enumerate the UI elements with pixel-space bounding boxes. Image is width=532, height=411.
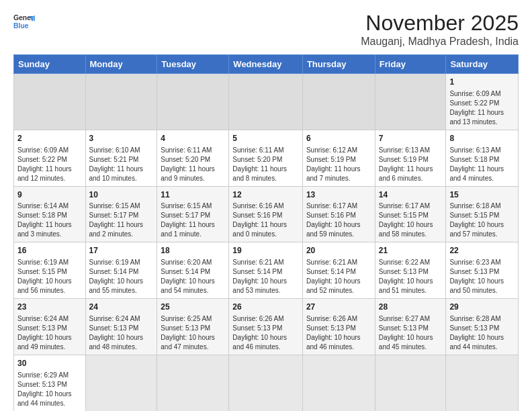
day-info: Sunrise: 6:26 AM Sunset: 5:13 PM Dayligh… <box>306 314 371 352</box>
calendar-day-cell: 13Sunrise: 6:17 AM Sunset: 5:16 PM Dayli… <box>302 186 375 242</box>
day-number: 1 <box>449 77 515 88</box>
calendar-day-cell: 7Sunrise: 6:13 AM Sunset: 5:19 PM Daylig… <box>375 130 446 186</box>
calendar-day-cell: 27Sunrise: 6:26 AM Sunset: 5:13 PM Dayli… <box>302 299 375 355</box>
calendar-day-cell: 28Sunrise: 6:27 AM Sunset: 5:13 PM Dayli… <box>375 299 446 355</box>
calendar-weekday-header: Friday <box>375 55 446 74</box>
calendar-day-cell: 4Sunrise: 6:11 AM Sunset: 5:20 PM Daylig… <box>157 130 229 186</box>
calendar-day-cell: 20Sunrise: 6:21 AM Sunset: 5:14 PM Dayli… <box>302 242 375 299</box>
calendar-day-cell: 19Sunrise: 6:21 AM Sunset: 5:14 PM Dayli… <box>229 242 303 299</box>
logo: General Blue <box>13 11 35 32</box>
calendar-day-cell <box>229 74 303 130</box>
calendar-day-cell: 29Sunrise: 6:28 AM Sunset: 5:13 PM Dayli… <box>446 299 519 355</box>
calendar-weekday-header: Tuesday <box>157 55 229 74</box>
calendar-day-cell: 10Sunrise: 6:15 AM Sunset: 5:17 PM Dayli… <box>85 186 157 242</box>
calendar-weekday-header: Wednesday <box>229 55 303 74</box>
calendar-day-cell: 8Sunrise: 6:13 AM Sunset: 5:18 PM Daylig… <box>446 130 519 186</box>
day-number: 27 <box>306 302 371 313</box>
day-info: Sunrise: 6:19 AM Sunset: 5:14 PM Dayligh… <box>89 258 154 295</box>
day-info: Sunrise: 6:11 AM Sunset: 5:20 PM Dayligh… <box>232 146 299 183</box>
day-number: 12 <box>232 189 299 201</box>
day-number: 22 <box>449 245 515 257</box>
svg-text:Blue: Blue <box>13 22 29 30</box>
calendar-day-cell: 2Sunrise: 6:09 AM Sunset: 5:22 PM Daylig… <box>14 130 86 186</box>
day-info: Sunrise: 6:28 AM Sunset: 5:13 PM Dayligh… <box>449 314 515 352</box>
calendar-weekday-header: Saturday <box>446 55 519 74</box>
day-number: 5 <box>232 133 299 144</box>
day-info: Sunrise: 6:24 AM Sunset: 5:13 PM Dayligh… <box>89 314 154 352</box>
title-block: November 2025 Mauganj, Madhya Pradesh, I… <box>361 11 519 48</box>
day-info: Sunrise: 6:21 AM Sunset: 5:14 PM Dayligh… <box>232 258 299 295</box>
day-info: Sunrise: 6:21 AM Sunset: 5:14 PM Dayligh… <box>306 258 371 295</box>
calendar-week-row: 16Sunrise: 6:19 AM Sunset: 5:15 PM Dayli… <box>14 242 519 299</box>
calendar-day-cell: 21Sunrise: 6:22 AM Sunset: 5:13 PM Dayli… <box>375 242 446 299</box>
day-number: 14 <box>379 189 443 201</box>
calendar-week-row: 30Sunrise: 6:29 AM Sunset: 5:13 PM Dayli… <box>14 355 519 411</box>
calendar-day-cell: 17Sunrise: 6:19 AM Sunset: 5:14 PM Dayli… <box>85 242 157 299</box>
day-number: 4 <box>161 133 225 144</box>
day-info: Sunrise: 6:25 AM Sunset: 5:13 PM Dayligh… <box>161 314 225 352</box>
calendar-week-row: 9Sunrise: 6:14 AM Sunset: 5:18 PM Daylig… <box>14 186 519 242</box>
day-number: 8 <box>449 133 515 144</box>
day-info: Sunrise: 6:23 AM Sunset: 5:13 PM Dayligh… <box>449 258 515 295</box>
day-info: Sunrise: 6:22 AM Sunset: 5:13 PM Dayligh… <box>379 258 443 295</box>
day-info: Sunrise: 6:29 AM Sunset: 5:13 PM Dayligh… <box>17 371 82 408</box>
day-info: Sunrise: 6:26 AM Sunset: 5:13 PM Dayligh… <box>232 314 299 352</box>
day-info: Sunrise: 6:13 AM Sunset: 5:19 PM Dayligh… <box>379 146 443 183</box>
day-info: Sunrise: 6:09 AM Sunset: 5:22 PM Dayligh… <box>449 89 515 127</box>
calendar-day-cell <box>446 355 519 411</box>
calendar-weekday-header: Thursday <box>302 55 375 74</box>
calendar-day-cell: 24Sunrise: 6:24 AM Sunset: 5:13 PM Dayli… <box>85 299 157 355</box>
day-info: Sunrise: 6:24 AM Sunset: 5:13 PM Dayligh… <box>17 314 82 352</box>
day-info: Sunrise: 6:14 AM Sunset: 5:18 PM Dayligh… <box>17 201 82 239</box>
day-number: 10 <box>89 189 154 201</box>
day-info: Sunrise: 6:12 AM Sunset: 5:19 PM Dayligh… <box>306 146 371 183</box>
calendar-day-cell: 25Sunrise: 6:25 AM Sunset: 5:13 PM Dayli… <box>157 299 229 355</box>
calendar-day-cell <box>375 74 446 130</box>
day-info: Sunrise: 6:10 AM Sunset: 5:21 PM Dayligh… <box>89 146 154 183</box>
calendar-day-cell <box>375 355 446 411</box>
calendar-day-cell: 5Sunrise: 6:11 AM Sunset: 5:20 PM Daylig… <box>229 130 303 186</box>
calendar-day-cell: 30Sunrise: 6:29 AM Sunset: 5:13 PM Dayli… <box>14 355 86 411</box>
day-number: 24 <box>89 302 154 313</box>
calendar-day-cell: 3Sunrise: 6:10 AM Sunset: 5:21 PM Daylig… <box>85 130 157 186</box>
calendar-day-cell <box>85 74 157 130</box>
calendar-day-cell <box>302 74 375 130</box>
day-number: 26 <box>232 302 299 313</box>
day-number: 20 <box>306 245 371 257</box>
day-number: 7 <box>379 133 443 144</box>
day-info: Sunrise: 6:13 AM Sunset: 5:18 PM Dayligh… <box>449 146 515 183</box>
day-number: 19 <box>232 245 299 257</box>
calendar-day-cell: 23Sunrise: 6:24 AM Sunset: 5:13 PM Dayli… <box>14 299 86 355</box>
calendar-day-cell: 11Sunrise: 6:15 AM Sunset: 5:17 PM Dayli… <box>157 186 229 242</box>
day-number: 21 <box>379 245 443 257</box>
day-number: 15 <box>449 189 515 201</box>
calendar-day-cell: 12Sunrise: 6:16 AM Sunset: 5:16 PM Dayli… <box>229 186 303 242</box>
calendar-day-cell: 1Sunrise: 6:09 AM Sunset: 5:22 PM Daylig… <box>446 74 519 130</box>
day-info: Sunrise: 6:19 AM Sunset: 5:15 PM Dayligh… <box>17 258 82 295</box>
day-number: 16 <box>17 245 82 257</box>
calendar-day-cell: 18Sunrise: 6:20 AM Sunset: 5:14 PM Dayli… <box>157 242 229 299</box>
calendar-weekday-header: Monday <box>85 55 157 74</box>
day-number: 28 <box>379 302 443 313</box>
calendar-day-cell: 22Sunrise: 6:23 AM Sunset: 5:13 PM Dayli… <box>446 242 519 299</box>
day-number: 23 <box>17 302 82 313</box>
day-number: 25 <box>161 302 225 313</box>
calendar-day-cell <box>302 355 375 411</box>
calendar-day-cell: 14Sunrise: 6:17 AM Sunset: 5:15 PM Dayli… <box>375 186 446 242</box>
calendar-day-cell: 26Sunrise: 6:26 AM Sunset: 5:13 PM Dayli… <box>229 299 303 355</box>
location-title: Mauganj, Madhya Pradesh, India <box>361 36 519 48</box>
day-info: Sunrise: 6:11 AM Sunset: 5:20 PM Dayligh… <box>161 146 225 183</box>
page-header: General Blue November 2025 Mauganj, Madh… <box>13 11 519 48</box>
day-info: Sunrise: 6:20 AM Sunset: 5:14 PM Dayligh… <box>161 258 225 295</box>
day-number: 6 <box>306 133 371 144</box>
day-info: Sunrise: 6:27 AM Sunset: 5:13 PM Dayligh… <box>379 314 443 352</box>
day-info: Sunrise: 6:15 AM Sunset: 5:17 PM Dayligh… <box>161 201 225 239</box>
calendar-day-cell: 9Sunrise: 6:14 AM Sunset: 5:18 PM Daylig… <box>14 186 86 242</box>
calendar-day-cell: 6Sunrise: 6:12 AM Sunset: 5:19 PM Daylig… <box>302 130 375 186</box>
day-number: 29 <box>449 302 515 313</box>
calendar-day-cell: 16Sunrise: 6:19 AM Sunset: 5:15 PM Dayli… <box>14 242 86 299</box>
calendar-day-cell <box>14 74 86 130</box>
day-number: 2 <box>17 133 82 144</box>
day-number: 17 <box>89 245 154 257</box>
day-number: 11 <box>161 189 225 201</box>
